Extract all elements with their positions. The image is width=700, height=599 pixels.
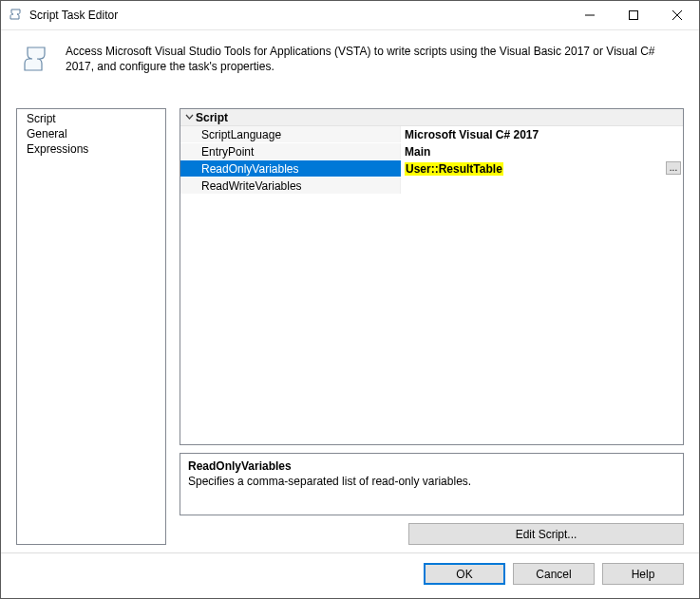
edit-script-button[interactable]: Edit Script... [408, 523, 684, 545]
help-panel: ReadOnlyVariables Specifies a comma-sepa… [180, 453, 684, 515]
minimize-button[interactable] [568, 1, 612, 29]
prop-value-text: User::ResultTable [405, 162, 503, 176]
window-title: Script Task Editor [29, 9, 118, 22]
prop-value[interactable]: User::ResultTable ... [401, 160, 683, 177]
titlebar: Script Task Editor [1, 1, 699, 30]
prop-value[interactable] [401, 178, 683, 194]
script-icon [9, 8, 24, 23]
script-task-icon [22, 44, 52, 74]
cancel-button[interactable]: Cancel [513, 563, 595, 585]
svg-rect-1 [630, 11, 638, 20]
nav-panel: Script General Expressions [16, 108, 166, 545]
grid-fill [180, 195, 683, 444]
prop-value[interactable]: Microsoft Visual C# 2017 [401, 126, 683, 142]
footer: OK Cancel Help [1, 552, 699, 598]
category-label: Script [196, 111, 228, 124]
help-button[interactable]: Help [602, 563, 684, 585]
ok-button[interactable]: OK [424, 563, 505, 585]
edit-script-row: Edit Script... [180, 523, 684, 545]
main-area: Script General Expressions Script Script… [1, 82, 699, 552]
maximize-button[interactable] [612, 1, 655, 29]
help-text: Specifies a comma-separated list of read… [188, 475, 675, 488]
window-controls [568, 1, 699, 29]
category-row[interactable]: Script [180, 109, 683, 126]
nav-item-label: Expressions [27, 142, 88, 156]
prop-value[interactable]: Main [401, 143, 683, 159]
nav-item-label: Script [27, 112, 56, 125]
prop-row-readwritevariables[interactable]: ReadWriteVariables [180, 178, 683, 195]
property-grid: Script ScriptLanguage Microsoft Visual C… [180, 108, 684, 445]
prop-name: ReadWriteVariables [180, 178, 401, 194]
nav-item-script[interactable]: Script [17, 111, 165, 126]
prop-row-readonlyvariables[interactable]: ReadOnlyVariables User::ResultTable ... [180, 160, 683, 178]
description-row: Access Microsoft Visual Studio Tools for… [1, 30, 699, 82]
help-title: ReadOnlyVariables [188, 459, 675, 473]
prop-row-entrypoint[interactable]: EntryPoint Main [180, 143, 683, 160]
prop-name: ScriptLanguage [180, 126, 401, 142]
prop-name: ReadOnlyVariables [180, 160, 401, 177]
right-column: Script ScriptLanguage Microsoft Visual C… [180, 108, 684, 545]
nav-item-label: General [27, 127, 67, 140]
prop-row-scriptlanguage[interactable]: ScriptLanguage Microsoft Visual C# 2017 [180, 126, 683, 143]
nav-item-general[interactable]: General [17, 126, 165, 141]
close-button[interactable] [655, 1, 699, 29]
nav-item-expressions[interactable]: Expressions [17, 141, 165, 157]
description-text: Access Microsoft Visual Studio Tools for… [66, 44, 682, 74]
collapse-icon[interactable] [182, 113, 196, 122]
ellipsis-button[interactable]: ... [666, 161, 681, 175]
prop-name: EntryPoint [180, 143, 401, 159]
